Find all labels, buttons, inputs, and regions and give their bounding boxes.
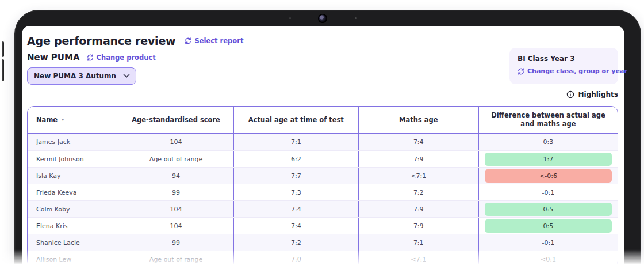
column-header-name[interactable]: Name ▾ — [28, 107, 118, 133]
select-report-link[interactable]: Select report — [185, 37, 243, 45]
refresh-icon — [87, 54, 94, 61]
cell-difference: <-0:6 — [479, 168, 618, 184]
highlights-button[interactable]: Highlights — [27, 90, 618, 99]
difference-value: <-0:6 — [485, 169, 612, 183]
class-name: BI Class Year 3 — [518, 55, 610, 63]
difference-value: 0:3 — [543, 138, 554, 146]
difference-value: 0:5 — [485, 219, 612, 233]
table-row: Allison Lew Age out of range 7:0 <7:1 <0… — [28, 251, 618, 267]
cell-score: Age out of range — [118, 251, 234, 267]
cell-maths-age: 7:9 — [359, 218, 479, 234]
difference-value: <0:1 — [540, 256, 556, 263]
cell-score: 94 — [118, 168, 234, 184]
cell-name: Elena Kris — [28, 218, 118, 234]
table-row: Frieda Keeva 99 7:3 7:2 -0:1 — [28, 184, 618, 200]
cell-maths-age: 7:9 — [359, 151, 479, 167]
change-product-label: Change product — [97, 54, 156, 62]
table-row: Elena Kris 104 7:4 7:9 0:5 — [28, 217, 618, 234]
assessment-select-value: New PUMA 3 Autumn — [34, 72, 116, 80]
cell-actual-age: 7:3 — [234, 184, 358, 200]
cell-difference: 1:7 — [479, 151, 618, 167]
cell-score: 104 — [118, 134, 234, 150]
cell-name: Isla Kay — [28, 168, 118, 184]
cell-difference: 0:5 — [479, 218, 618, 234]
table-row: Colm Koby 104 7:4 7:9 0:5 — [28, 200, 618, 217]
assessment-select[interactable]: New PUMA 3 Autumn — [27, 67, 136, 85]
cell-actual-age: 7:4 — [234, 218, 358, 234]
volume-down-button — [2, 59, 4, 81]
cell-score: 99 — [118, 184, 234, 200]
highlights-label: Highlights — [578, 90, 618, 98]
table-body: James Jack 104 7:1 7:4 0:3 Kermit Johnso… — [28, 134, 618, 267]
cell-score: 104 — [118, 201, 234, 217]
cell-score: Age out of range — [118, 151, 234, 167]
class-selection-panel: BI Class Year 3 Change class, group or y… — [509, 48, 618, 84]
cell-maths-age: 7:9 — [359, 201, 479, 217]
refresh-icon — [185, 37, 191, 44]
cell-difference: -0:1 — [479, 234, 618, 251]
cell-actual-age: 7:0 — [234, 251, 358, 267]
difference-value: -0:1 — [542, 239, 555, 247]
product-name: New PUMA — [27, 52, 80, 63]
cell-name: Allison Lew — [28, 251, 118, 267]
tablet-frame: Age performance review Select report New… — [14, 10, 641, 269]
cell-difference: <0:1 — [479, 251, 618, 267]
cell-actual-age: 7:2 — [234, 234, 358, 251]
refresh-icon — [518, 68, 524, 75]
table-row: James Jack 104 7:1 7:4 0:3 — [28, 134, 618, 150]
cell-name: Colm Koby — [28, 201, 118, 217]
sort-chevron-icon: ▾ — [62, 117, 64, 123]
cell-maths-age: 7:4 — [359, 134, 479, 150]
volume-up-button — [2, 41, 4, 57]
cell-name: Frieda Keeva — [28, 184, 118, 200]
difference-value: -0:1 — [542, 189, 555, 196]
column-header-label: Name — [36, 116, 57, 124]
cell-name: Kermit Johnson — [28, 151, 118, 167]
app-screen: Age performance review Select report New… — [22, 26, 624, 269]
cell-actual-age: 6:2 — [234, 151, 358, 167]
table-header-row: Name ▾ Age-standardised score Actual age… — [28, 107, 618, 134]
cell-difference: 0:5 — [479, 201, 618, 217]
chevron-down-icon — [123, 74, 130, 78]
cell-name: James Jack — [28, 134, 118, 150]
column-header-actual-age: Actual age at time of test — [234, 107, 358, 133]
bezel-sensor-dot — [289, 17, 291, 19]
table-row: Isla Kay 94 7:7 <7:1 <-0:6 — [28, 167, 618, 184]
page-title: Age performance review — [27, 35, 175, 47]
cell-difference: 0:3 — [479, 134, 618, 150]
column-header-score: Age-standardised score — [118, 107, 234, 133]
front-camera-icon — [318, 14, 327, 23]
cell-actual-age: 7:7 — [234, 168, 358, 184]
cell-score: 104 — [118, 218, 234, 234]
difference-value: 0:5 — [485, 203, 612, 216]
cell-maths-age: <7:1 — [359, 251, 479, 267]
select-report-label: Select report — [194, 37, 243, 45]
column-header-maths-age: Maths age — [359, 107, 479, 133]
cell-score: 99 — [118, 234, 234, 251]
cell-difference: -0:1 — [479, 184, 618, 200]
info-icon — [566, 90, 574, 98]
change-class-label: Change class, group or year — [527, 67, 627, 75]
table-row: Shanice Lacie 99 7:2 7:1 -0:1 — [28, 234, 618, 251]
difference-value: 1:7 — [485, 153, 612, 166]
change-class-link[interactable]: Change class, group or year — [518, 67, 627, 75]
cell-maths-age: <7:1 — [359, 168, 479, 184]
cell-maths-age: 7:2 — [359, 184, 479, 200]
results-table: Name ▾ Age-standardised score Actual age… — [27, 106, 618, 268]
cell-actual-age: 7:1 — [234, 134, 358, 150]
table-row: Kermit Johnson Age out of range 6:2 7:9 … — [28, 150, 618, 167]
bezel-sensor-dot — [355, 17, 356, 19]
cell-actual-age: 7:4 — [234, 201, 358, 217]
cell-name: Shanice Lacie — [28, 234, 118, 251]
cell-maths-age: 7:1 — [359, 234, 479, 251]
change-product-link[interactable]: Change product — [87, 54, 156, 62]
column-header-difference: Difference between actual age and maths … — [479, 107, 618, 133]
